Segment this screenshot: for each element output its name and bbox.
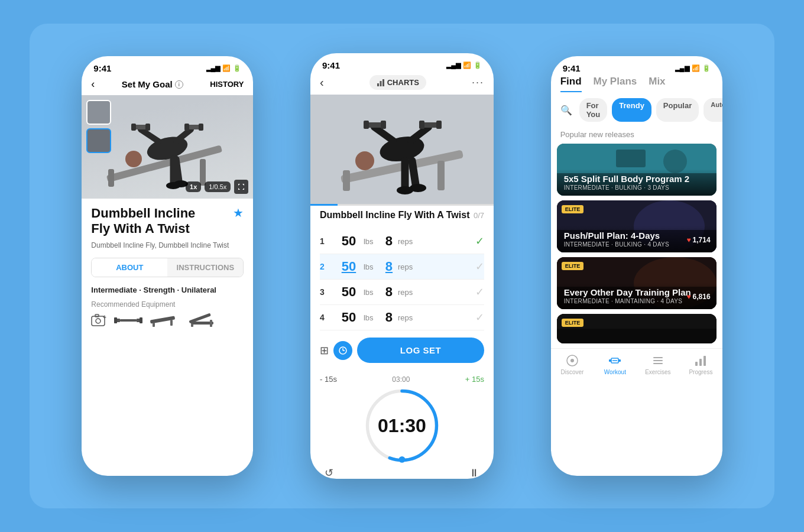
phone3-tab-mix[interactable]: Mix	[649, 76, 665, 92]
phone2-exercise-illustration	[310, 95, 494, 204]
set-check-icon: ✓	[475, 260, 484, 273]
phone2-timer-plus[interactable]: + 15s	[465, 375, 484, 384]
svg-rect-32	[191, 324, 193, 327]
set-reps-label: reps	[398, 288, 475, 297]
likes-count: 1,714	[693, 236, 711, 244]
svg-rect-79	[653, 360, 663, 361]
table-row[interactable]: 2 50 lbs 8 reps ✓	[320, 254, 484, 280]
set-number: 4	[320, 313, 334, 322]
set-weight-unit: lbs	[364, 262, 380, 271]
phone2-charts-button[interactable]: CHARTS	[369, 75, 426, 90]
set-weight: 50	[334, 233, 364, 249]
svg-rect-39	[437, 161, 445, 190]
svg-point-74	[570, 359, 574, 362]
phone1-body: Dumbbell InclineFly With A Twist ★ Dumbb…	[82, 199, 253, 335]
phone1-info-icon[interactable]: i	[175, 80, 183, 89]
phone3-filter-trendy[interactable]: Trendy	[612, 98, 651, 122]
svg-rect-49	[419, 121, 424, 129]
nav-label-discover: Discover	[560, 369, 583, 375]
phone2-timer-minus[interactable]: - 15s	[320, 375, 337, 384]
signal-icon: ▂▄▆	[675, 64, 689, 72]
card-likes: ♥ 1,714	[686, 236, 710, 244]
phone1-back-button[interactable]: ‹	[91, 78, 95, 90]
table-row: 3 50 lbs 8 reps ✓	[320, 280, 484, 305]
workout-icon	[608, 353, 622, 368]
phone2-timer-section: - 15s 03:00 + 15s 01:30 ↺ ⏸	[320, 369, 484, 479]
svg-rect-33	[210, 324, 212, 327]
set-reps: 8	[380, 284, 398, 300]
svg-rect-22	[114, 317, 117, 323]
phone1-tab-instructions[interactable]: INSTRUCTIONS	[167, 258, 243, 277]
svg-rect-83	[704, 356, 706, 366]
phone1-favorite-star[interactable]: ★	[233, 206, 244, 220]
charts-bar-icon	[377, 79, 385, 87]
nav-item-exercises[interactable]: Exercises	[637, 353, 680, 375]
phone2-hero-bg	[310, 95, 494, 204]
phone2-exercise-row: Dumbbell Incline Fly With A Twist 0/7	[320, 210, 484, 220]
phone1-title: Set My Goal i	[122, 79, 183, 89]
phone1-thumb-1[interactable]	[86, 100, 111, 125]
phone1-thumb-2[interactable]	[86, 128, 111, 153]
set-weight-unit: lbs	[364, 237, 380, 246]
phone3-tab-my-plans[interactable]: My Plans	[594, 76, 637, 92]
list-item[interactable]: ELITE Every Other Day Training Plan INTE…	[557, 257, 717, 309]
phone2-timer-controls-row: - 15s 03:00 + 15s	[320, 375, 484, 384]
set-reps: 8	[380, 310, 398, 325]
svg-rect-72	[557, 329, 717, 343]
set-number: 3	[320, 287, 334, 297]
phone1-equipment-label: Recommended Equipment	[91, 300, 244, 309]
svg-point-54	[397, 186, 413, 194]
phone2-progress-bar	[310, 204, 494, 206]
phone3-tab-find[interactable]: Find	[560, 76, 582, 92]
svg-point-60	[399, 456, 406, 463]
phone3-filter-for-you[interactable]: For You	[579, 98, 608, 122]
set-weight[interactable]: 50	[334, 259, 364, 274]
phone1-tab-about[interactable]: ABOUT	[92, 258, 167, 277]
phone3-filter-popular[interactable]: Popular	[656, 98, 699, 122]
svg-line-5	[141, 129, 158, 141]
phone2-time: 9:41	[322, 60, 340, 70]
svg-rect-9	[145, 124, 150, 131]
card-meta: INTERMEDIATE · BULKING · 3 DAYS	[564, 184, 709, 191]
phone1-fullscreen-button[interactable]	[234, 180, 248, 194]
phone3-search-icon[interactable]: 🔍	[560, 105, 572, 116]
card-title: 5x5 Split Full Body Program 2	[564, 174, 709, 184]
nav-item-progress[interactable]: Progress	[679, 353, 722, 375]
phone1-counter[interactable]: 1/0.5x	[205, 181, 231, 192]
heart-icon: ♥	[686, 236, 690, 244]
nav-item-discover[interactable]: Discover	[551, 353, 594, 375]
set-reps[interactable]: 8	[380, 259, 398, 274]
list-item[interactable]: ELITE	[557, 314, 717, 343]
bench-icon	[149, 313, 181, 327]
svg-rect-77	[618, 359, 621, 362]
phone2-nav: ‹ CHARTS ···	[310, 73, 494, 95]
charts-label: CHARTS	[387, 78, 419, 87]
phone2-more-button[interactable]: ···	[472, 76, 484, 89]
phone2-reset-button[interactable]: ↺	[325, 466, 333, 479]
list-item[interactable]: ELITE Push/Pull Plan: 4-Days INTERMEDIAT…	[557, 200, 717, 252]
elite-badge: ELITE	[562, 319, 584, 327]
list-item[interactable]: 5x5 Split Full Body Program 2 INTERMEDIA…	[557, 144, 717, 196]
dumbbell-icon	[114, 314, 143, 326]
svg-rect-34	[377, 83, 379, 86]
phone2-pause-button[interactable]: ⏸	[469, 467, 479, 479]
svg-point-4	[125, 151, 142, 167]
svg-point-42	[355, 151, 374, 170]
phone2-timer-dot[interactable]	[333, 341, 352, 360]
grid-icon[interactable]: ⊞	[320, 344, 329, 357]
phone2-log-set-button[interactable]: LOG SET	[357, 338, 484, 363]
phone2-timer-footer: ↺ ⏸	[320, 466, 484, 479]
phone1-exercise-name: Dumbbell InclineFly With A Twist	[91, 206, 195, 237]
svg-rect-36	[382, 79, 384, 86]
phone1-equipment-icons: +	[91, 313, 244, 327]
phone1-speed[interactable]: 1x	[186, 181, 201, 192]
phone3-filter-autoplay[interactable]: Autopl...	[704, 98, 722, 122]
table-row: 4 50 lbs 8 reps ✓	[320, 305, 484, 330]
wifi-icon: 📶	[222, 64, 231, 72]
phone1-history-button[interactable]: HISTORY	[210, 80, 244, 89]
nav-label-progress: Progress	[689, 369, 712, 375]
phone-3: 9:41 ▂▄▆ 📶 🔋 Find My Plans Mix 🔍 For You…	[551, 56, 722, 476]
phone2-back-button[interactable]: ‹	[320, 76, 324, 89]
set-number: 1	[320, 236, 334, 246]
nav-item-workout[interactable]: Workout	[594, 353, 637, 375]
